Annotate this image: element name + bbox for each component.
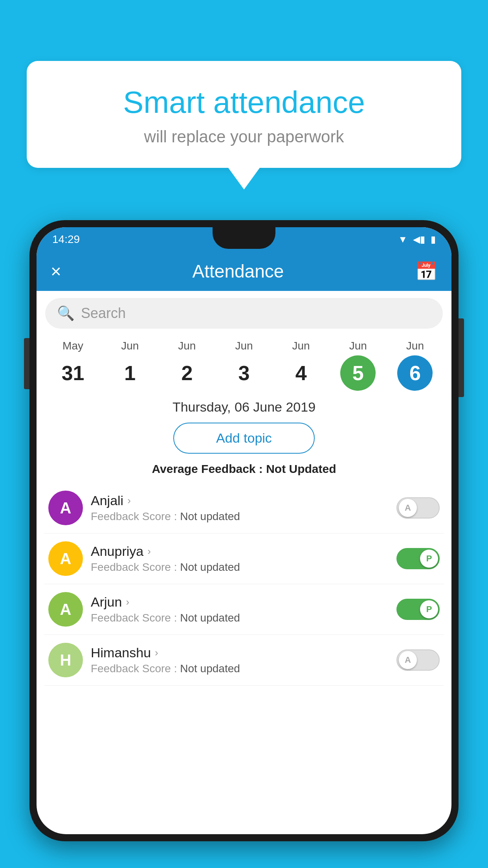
cal-date-number[interactable]: 3 [226,355,262,391]
student-row[interactable]: AAnupriya ›Feedback Score : Not updatedP [44,533,444,584]
volume-button [24,338,29,389]
app-bar-title: Attendance [193,261,284,282]
attendance-toggle[interactable]: P [396,599,440,620]
chevron-icon: › [127,495,131,507]
search-input[interactable]: Search [81,305,126,322]
calendar-day[interactable]: Jun4 [277,340,325,391]
calendar-day[interactable]: Jun1 [106,340,154,391]
attendance-toggle[interactable]: P [396,548,440,569]
calendar-strip: May31Jun1Jun2Jun3Jun4Jun5Jun6 [37,336,451,391]
avg-feedback: Average Feedback : Not Updated [37,458,451,483]
student-avatar: A [48,541,83,576]
cal-date-number[interactable]: 4 [283,355,319,391]
student-feedback: Feedback Score : Not updated [91,662,389,675]
toggle-knob: A [399,499,417,517]
toggle-switch[interactable]: P [396,599,440,620]
status-time: 14:29 [52,233,80,246]
toggle-knob: P [420,550,438,568]
student-feedback: Feedback Score : Not updated [91,612,389,624]
toggle-switch[interactable]: A [396,497,440,519]
status-icons: ▼ ◀▮ ▮ [398,234,436,245]
speech-bubble-container: Smart attendance will replace your paper… [27,61,461,189]
cal-month-label: Jun [121,340,139,352]
student-list: AAnjali ›Feedback Score : Not updatedAAA… [37,483,451,686]
app-tagline-subtitle: will replace your paperwork [46,127,442,146]
toggle-knob: P [420,600,438,618]
app-tagline-title: Smart attendance [46,85,442,120]
status-bar: 14:29 ▼ ◀▮ ▮ [37,227,451,252]
student-row[interactable]: AArjun ›Feedback Score : Not updatedP [44,584,444,635]
student-avatar: H [48,643,83,677]
avg-feedback-label: Average Feedback : [152,462,266,475]
speech-bubble-tail [228,168,260,189]
cal-date-number[interactable]: 1 [112,355,148,391]
chevron-icon: › [126,596,129,608]
avg-feedback-value: Not Updated [266,462,336,475]
calendar-day[interactable]: Jun3 [220,340,268,391]
cal-date-number[interactable]: 5 [340,355,376,391]
battery-icon: ▮ [431,234,436,245]
student-info: Anupriya ›Feedback Score : Not updated [91,544,389,574]
calendar-day[interactable]: Jun5 [334,340,382,391]
student-name[interactable]: Anjali › [91,493,389,508]
student-row[interactable]: HHimanshu ›Feedback Score : Not updatedA [44,635,444,686]
cal-month-label: Jun [406,340,424,352]
search-bar[interactable]: 🔍 Search [45,298,443,329]
cal-date-number[interactable]: 2 [169,355,205,391]
student-info: Himanshu ›Feedback Score : Not updated [91,645,389,675]
cal-month-label: Jun [292,340,310,352]
phone-mockup: 14:29 ▼ ◀▮ ▮ × Attendance 📅 🔍 Search [29,220,459,868]
cal-month-label: Jun [349,340,367,352]
power-button [459,318,464,397]
student-feedback: Feedback Score : Not updated [91,561,389,574]
signal-icon: ◀▮ [413,234,425,245]
calendar-button[interactable]: 📅 [415,261,437,282]
add-topic-button[interactable]: Add topic [173,423,315,454]
selected-date-label: Thursday, 06 June 2019 [37,391,451,419]
chevron-icon: › [147,545,151,557]
student-avatar: A [48,491,83,525]
toggle-switch[interactable]: P [396,548,440,569]
attendance-toggle[interactable]: A [396,497,440,519]
student-name[interactable]: Anupriya › [91,544,389,559]
student-avatar: A [48,592,83,627]
search-icon: 🔍 [57,305,75,322]
student-info: Arjun ›Feedback Score : Not updated [91,594,389,624]
cal-month-label: Jun [235,340,253,352]
phone-frame: 14:29 ▼ ◀▮ ▮ × Attendance 📅 🔍 Search [29,220,459,841]
student-info: Anjali ›Feedback Score : Not updated [91,493,389,523]
chevron-icon: › [155,647,158,659]
attendance-toggle[interactable]: A [396,649,440,671]
phone-screen: 14:29 ▼ ◀▮ ▮ × Attendance 📅 🔍 Search [37,227,451,834]
student-row[interactable]: AAnjali ›Feedback Score : Not updatedA [44,483,444,533]
toggle-knob: A [399,651,417,669]
phone-notch [213,227,275,249]
cal-date-number[interactable]: 6 [397,355,433,391]
student-name[interactable]: Arjun › [91,594,389,610]
student-name[interactable]: Himanshu › [91,645,389,660]
close-button[interactable]: × [51,261,61,282]
calendar-day[interactable]: Jun2 [163,340,211,391]
wifi-icon: ▼ [398,234,407,245]
speech-bubble: Smart attendance will replace your paper… [27,61,461,168]
cal-month-label: May [62,340,83,352]
cal-date-number[interactable]: 31 [55,355,91,391]
calendar-day[interactable]: Jun6 [391,340,438,391]
toggle-switch[interactable]: A [396,649,440,671]
app-bar: × Attendance 📅 [37,252,451,291]
student-feedback: Feedback Score : Not updated [91,510,389,523]
cal-month-label: Jun [178,340,196,352]
calendar-day[interactable]: May31 [50,340,97,391]
